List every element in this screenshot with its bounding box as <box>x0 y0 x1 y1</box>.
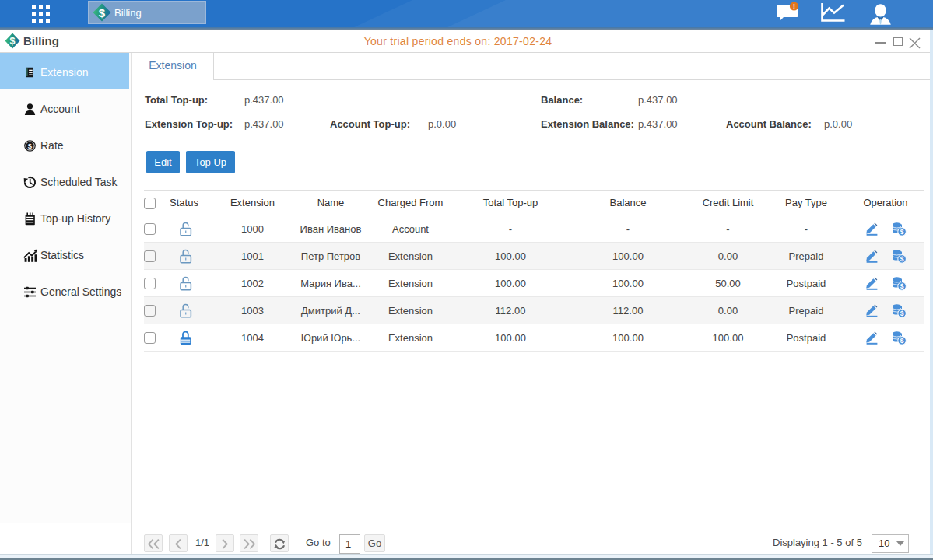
svg-text:$: $ <box>28 142 33 150</box>
svg-text:!: ! <box>793 2 795 10</box>
svg-text:$: $ <box>900 310 904 317</box>
svg-text:$: $ <box>900 282 904 290</box>
svg-text:$: $ <box>900 228 904 236</box>
svg-text:$: $ <box>900 337 904 345</box>
svg-text:$: $ <box>99 6 106 19</box>
svg-text:$: $ <box>900 255 904 263</box>
